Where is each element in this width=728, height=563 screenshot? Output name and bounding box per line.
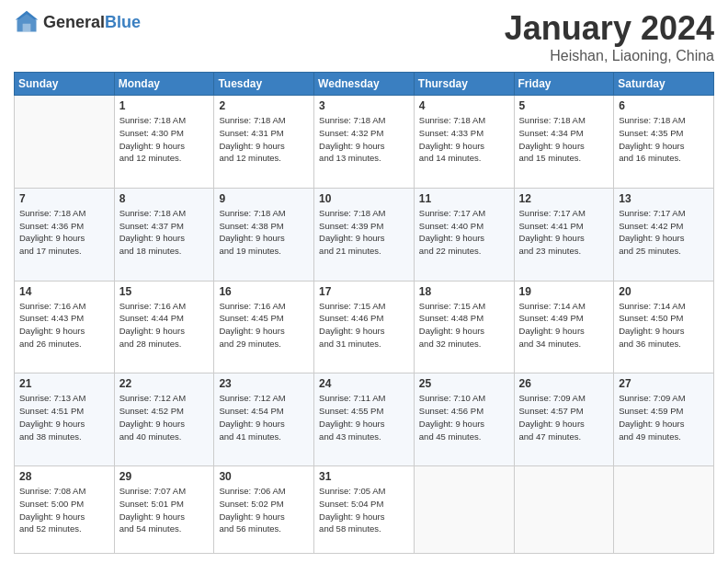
calendar-cell — [614, 466, 714, 554]
calendar-cell: 30Sunrise: 7:06 AM Sunset: 5:02 PM Dayli… — [214, 466, 314, 554]
day-info: Sunrise: 7:14 AM Sunset: 4:49 PM Dayligh… — [519, 300, 609, 350]
day-number: 27 — [619, 377, 709, 390]
day-number: 2 — [219, 99, 309, 112]
day-info: Sunrise: 7:07 AM Sunset: 5:01 PM Dayligh… — [119, 485, 210, 535]
day-number: 30 — [219, 470, 309, 483]
calendar-cell — [514, 466, 614, 554]
day-info: Sunrise: 7:11 AM Sunset: 4:55 PM Dayligh… — [319, 392, 409, 442]
day-info: Sunrise: 7:18 AM Sunset: 4:34 PM Dayligh… — [519, 114, 609, 165]
day-info: Sunrise: 7:18 AM Sunset: 4:32 PM Dayligh… — [319, 114, 409, 165]
calendar-cell: 4Sunrise: 7:18 AM Sunset: 4:33 PM Daylig… — [414, 96, 514, 189]
svg-rect-2 — [23, 24, 31, 32]
header-tuesday: Tuesday — [214, 73, 314, 96]
header-wednesday: Wednesday — [314, 73, 415, 96]
calendar-cell: 24Sunrise: 7:11 AM Sunset: 4:55 PM Dayli… — [314, 373, 415, 466]
logo-general: General — [43, 13, 105, 31]
day-info: Sunrise: 7:14 AM Sunset: 4:50 PM Dayligh… — [619, 300, 709, 350]
calendar-cell: 31Sunrise: 7:05 AM Sunset: 5:04 PM Dayli… — [314, 466, 415, 554]
calendar-cell: 1Sunrise: 7:18 AM Sunset: 4:30 PM Daylig… — [114, 96, 214, 189]
day-number: 1 — [119, 99, 210, 112]
calendar-cell: 5Sunrise: 7:18 AM Sunset: 4:34 PM Daylig… — [514, 96, 614, 189]
day-number: 22 — [119, 377, 210, 390]
day-info: Sunrise: 7:16 AM Sunset: 4:43 PM Dayligh… — [19, 300, 109, 350]
calendar-cell: 20Sunrise: 7:14 AM Sunset: 4:50 PM Dayli… — [614, 281, 714, 373]
calendar-cell: 23Sunrise: 7:12 AM Sunset: 4:54 PM Dayli… — [214, 373, 314, 466]
title-block: January 2024 Heishan, Liaoning, China — [505, 9, 714, 64]
calendar-cell: 22Sunrise: 7:12 AM Sunset: 4:52 PM Dayli… — [114, 373, 214, 466]
calendar-header: Sunday Monday Tuesday Wednesday Thursday… — [15, 73, 714, 96]
calendar-cell: 2Sunrise: 7:18 AM Sunset: 4:31 PM Daylig… — [214, 96, 314, 189]
calendar-cell: 28Sunrise: 7:08 AM Sunset: 5:00 PM Dayli… — [15, 466, 115, 554]
day-info: Sunrise: 7:18 AM Sunset: 4:36 PM Dayligh… — [19, 207, 109, 258]
day-number: 28 — [19, 470, 109, 483]
calendar-cell: 14Sunrise: 7:16 AM Sunset: 4:43 PM Dayli… — [15, 281, 115, 373]
header-saturday: Saturday — [614, 73, 714, 96]
weekday-header-row: Sunday Monday Tuesday Wednesday Thursday… — [15, 73, 714, 96]
calendar-cell: 3Sunrise: 7:18 AM Sunset: 4:32 PM Daylig… — [314, 96, 415, 189]
day-info: Sunrise: 7:18 AM Sunset: 4:30 PM Dayligh… — [119, 114, 210, 165]
day-number: 25 — [419, 377, 509, 390]
calendar-cell: 21Sunrise: 7:13 AM Sunset: 4:51 PM Dayli… — [15, 373, 115, 466]
day-number: 7 — [19, 192, 109, 205]
calendar-cell: 13Sunrise: 7:17 AM Sunset: 4:42 PM Dayli… — [614, 188, 714, 281]
day-info: Sunrise: 7:12 AM Sunset: 4:54 PM Dayligh… — [219, 392, 309, 442]
day-number: 5 — [519, 99, 609, 112]
day-number: 26 — [519, 377, 609, 390]
calendar-cell: 16Sunrise: 7:16 AM Sunset: 4:45 PM Dayli… — [214, 281, 314, 373]
day-number: 20 — [619, 285, 709, 298]
day-number: 9 — [219, 192, 309, 205]
day-number: 13 — [619, 192, 709, 205]
header-monday: Monday — [114, 73, 214, 96]
header-friday: Friday — [514, 73, 614, 96]
calendar-cell: 25Sunrise: 7:10 AM Sunset: 4:56 PM Dayli… — [414, 373, 514, 466]
day-info: Sunrise: 7:18 AM Sunset: 4:33 PM Dayligh… — [419, 114, 509, 165]
day-number: 29 — [119, 470, 210, 483]
day-info: Sunrise: 7:18 AM Sunset: 4:31 PM Dayligh… — [219, 114, 309, 165]
day-number: 15 — [119, 285, 210, 298]
calendar-body: 1Sunrise: 7:18 AM Sunset: 4:30 PM Daylig… — [15, 96, 714, 554]
day-info: Sunrise: 7:05 AM Sunset: 5:04 PM Dayligh… — [319, 485, 409, 535]
calendar-cell: 6Sunrise: 7:18 AM Sunset: 4:35 PM Daylig… — [614, 96, 714, 189]
day-info: Sunrise: 7:18 AM Sunset: 4:37 PM Dayligh… — [119, 207, 210, 258]
calendar-cell: 29Sunrise: 7:07 AM Sunset: 5:01 PM Dayli… — [114, 466, 214, 554]
logo-icon — [14, 9, 40, 35]
calendar-cell — [15, 96, 115, 189]
day-number: 18 — [419, 285, 509, 298]
day-info: Sunrise: 7:18 AM Sunset: 4:39 PM Dayligh… — [319, 207, 409, 258]
calendar-table: Sunday Monday Tuesday Wednesday Thursday… — [14, 72, 714, 554]
day-number: 21 — [19, 377, 109, 390]
calendar-cell: 26Sunrise: 7:09 AM Sunset: 4:57 PM Dayli… — [514, 373, 614, 466]
day-number: 3 — [319, 99, 409, 112]
calendar-cell: 10Sunrise: 7:18 AM Sunset: 4:39 PM Dayli… — [314, 188, 415, 281]
day-info: Sunrise: 7:13 AM Sunset: 4:51 PM Dayligh… — [19, 392, 109, 442]
day-info: Sunrise: 7:17 AM Sunset: 4:42 PM Dayligh… — [619, 207, 709, 258]
day-number: 14 — [19, 285, 109, 298]
day-number: 16 — [219, 285, 309, 298]
day-number: 24 — [319, 377, 409, 390]
day-info: Sunrise: 7:16 AM Sunset: 4:44 PM Dayligh… — [119, 300, 210, 350]
day-info: Sunrise: 7:08 AM Sunset: 5:00 PM Dayligh… — [19, 485, 109, 535]
calendar-cell: 8Sunrise: 7:18 AM Sunset: 4:37 PM Daylig… — [114, 188, 214, 281]
day-number: 23 — [219, 377, 309, 390]
day-info: Sunrise: 7:15 AM Sunset: 4:48 PM Dayligh… — [419, 300, 509, 350]
day-info: Sunrise: 7:12 AM Sunset: 4:52 PM Dayligh… — [119, 392, 210, 442]
calendar-cell: 9Sunrise: 7:18 AM Sunset: 4:38 PM Daylig… — [214, 188, 314, 281]
header-thursday: Thursday — [414, 73, 514, 96]
calendar-cell: 7Sunrise: 7:18 AM Sunset: 4:36 PM Daylig… — [15, 188, 115, 281]
day-info: Sunrise: 7:18 AM Sunset: 4:35 PM Dayligh… — [619, 114, 709, 165]
day-info: Sunrise: 7:09 AM Sunset: 4:59 PM Dayligh… — [619, 392, 709, 442]
header-sunday: Sunday — [15, 73, 115, 96]
day-number: 17 — [319, 285, 409, 298]
calendar-cell: 27Sunrise: 7:09 AM Sunset: 4:59 PM Dayli… — [614, 373, 714, 466]
day-info: Sunrise: 7:09 AM Sunset: 4:57 PM Dayligh… — [519, 392, 609, 442]
calendar-cell: 12Sunrise: 7:17 AM Sunset: 4:41 PM Dayli… — [514, 188, 614, 281]
day-number: 12 — [519, 192, 609, 205]
day-number: 11 — [419, 192, 509, 205]
header: GeneralBlue January 2024 Heishan, Liaoni… — [14, 9, 714, 64]
calendar-cell — [414, 466, 514, 554]
calendar-cell: 19Sunrise: 7:14 AM Sunset: 4:49 PM Dayli… — [514, 281, 614, 373]
calendar-cell: 17Sunrise: 7:15 AM Sunset: 4:46 PM Dayli… — [314, 281, 415, 373]
page: GeneralBlue January 2024 Heishan, Liaoni… — [0, 0, 728, 563]
day-number: 6 — [619, 99, 709, 112]
logo: GeneralBlue — [14, 9, 141, 35]
